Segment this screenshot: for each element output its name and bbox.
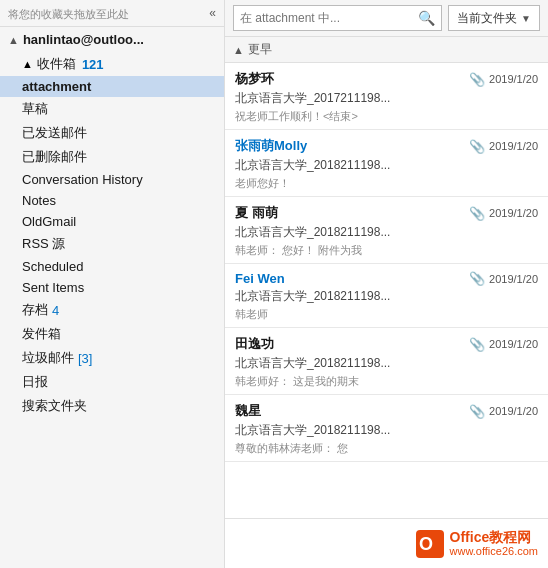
sidebar-item-sent[interactable]: 已发送邮件 <box>0 121 224 145</box>
email-item[interactable]: 夏 雨萌 📎 2019/1/20 北京语言大学_2018211198... 韩老… <box>225 197 548 264</box>
email-subject: 北京语言大学_2017211198... <box>235 90 538 107</box>
sidebar-item-outbox[interactable]: 发件箱 <box>0 322 224 346</box>
junk-badge: [3] <box>78 351 92 366</box>
watermark-line2: www.office26.com <box>450 545 538 558</box>
folder-label-attachment: attachment <box>22 79 91 94</box>
folder-label-rss: RSS 源 <box>22 235 65 253</box>
sidebar-item-rss[interactable]: RSS 源 <box>0 232 224 256</box>
email-date: 2019/1/20 <box>489 140 538 152</box>
email-meta: 📎 2019/1/20 <box>469 139 538 154</box>
folder-label-scheduled: Scheduled <box>22 259 83 274</box>
sidebar: 将您的收藏夹拖放至此处 « ▲ hanlintao@outloo... ▲ 收件… <box>0 0 225 568</box>
email-subject: 北京语言大学_2018211198... <box>235 422 538 439</box>
sidebar-item-daily[interactable]: 日报 <box>0 370 224 394</box>
email-sender: 夏 雨萌 <box>235 204 461 222</box>
email-group-header: ▲ 更早 <box>225 37 548 63</box>
favorites-hint: 将您的收藏夹拖放至此处 <box>8 8 129 20</box>
folder-label-daily: 日报 <box>22 373 48 391</box>
sidebar-item-deleted[interactable]: 已删除邮件 <box>0 145 224 169</box>
folder-label-notes: Notes <box>22 193 56 208</box>
account-row[interactable]: ▲ hanlintao@outloo... <box>0 27 224 52</box>
email-preview: 韩老师 <box>235 307 538 322</box>
watermark-text: Office教程网 www.office26.com <box>450 529 538 559</box>
email-date: 2019/1/20 <box>489 207 538 219</box>
sidebar-item-search-folder[interactable]: 搜索文件夹 <box>0 394 224 418</box>
sidebar-item-inbox[interactable]: ▲ 收件箱 121 <box>0 52 224 76</box>
sidebar-item-scheduled[interactable]: Scheduled <box>0 256 224 277</box>
watermark-logo: O Office教程网 www.office26.com <box>414 528 538 560</box>
group-label: 更早 <box>248 41 272 58</box>
folder-label-sent: 已发送邮件 <box>22 124 87 142</box>
sidebar-item-archive[interactable]: 存档 4 <box>0 298 224 322</box>
folder-label-outbox: 发件箱 <box>22 325 61 343</box>
office-icon: O <box>414 528 446 560</box>
email-preview: 祝老师工作顺利！<结束> <box>235 109 538 124</box>
inbox-badge: 121 <box>82 57 104 72</box>
attachment-icon: 📎 <box>469 404 485 419</box>
email-date: 2019/1/20 <box>489 73 538 85</box>
email-sender: 杨梦环 <box>235 70 461 88</box>
folder-label-junk: 垃圾邮件 <box>22 349 74 367</box>
folder-label-conv-history: Conversation History <box>22 172 143 187</box>
watermark-area: O Office教程网 www.office26.com <box>225 518 548 568</box>
folder-label-deleted: 已删除邮件 <box>22 148 87 166</box>
email-subject: 北京语言大学_2018211198... <box>235 224 538 241</box>
chevron-down-icon: ▼ <box>521 13 531 24</box>
email-preview: 韩老师： 您好！ 附件为我 <box>235 243 538 258</box>
folder-label-sent-items: Sent Items <box>22 280 84 295</box>
folder-label-search-folder: 搜索文件夹 <box>22 397 87 415</box>
attachment-icon: 📎 <box>469 206 485 221</box>
email-meta: 📎 2019/1/20 <box>469 271 538 286</box>
folder-label-draft: 草稿 <box>22 100 48 118</box>
email-subject: 北京语言大学_2018211198... <box>235 157 538 174</box>
archive-badge: 4 <box>52 303 59 318</box>
email-sender: 魏星 <box>235 402 461 420</box>
email-item[interactable]: 杨梦环 📎 2019/1/20 北京语言大学_2017211198... 祝老师… <box>225 63 548 130</box>
email-meta: 📎 2019/1/20 <box>469 72 538 87</box>
email-sender: 张雨萌Molly <box>235 137 461 155</box>
inbox-label: 收件箱 <box>37 55 76 73</box>
sidebar-item-draft[interactable]: 草稿 <box>0 97 224 121</box>
email-preview: 韩老师好： 这是我的期末 <box>235 374 538 389</box>
sidebar-item-attachment[interactable]: attachment <box>0 76 224 97</box>
email-sender: 田逸功 <box>235 335 461 353</box>
sidebar-item-conv-history[interactable]: Conversation History <box>0 169 224 190</box>
email-item[interactable]: Fei Wen 📎 2019/1/20 北京语言大学_2018211198...… <box>225 264 548 328</box>
email-preview: 尊敬的韩林涛老师： 您 <box>235 441 538 456</box>
email-date: 2019/1/20 <box>489 273 538 285</box>
collapse-button[interactable]: « <box>209 6 216 20</box>
email-subject: 北京语言大学_2018211198... <box>235 355 538 372</box>
sidebar-item-junk[interactable]: 垃圾邮件 [3] <box>0 346 224 370</box>
attachment-icon: 📎 <box>469 139 485 154</box>
email-subject: 北京语言大学_2018211198... <box>235 288 538 305</box>
sidebar-item-sent-items[interactable]: Sent Items <box>0 277 224 298</box>
email-sender: Fei Wen <box>235 271 461 286</box>
sidebar-item-oldgmail[interactable]: OldGmail <box>0 211 224 232</box>
search-icon: 🔍 <box>418 10 435 26</box>
attachment-icon: 📎 <box>469 72 485 87</box>
email-item[interactable]: 张雨萌Molly 📎 2019/1/20 北京语言大学_2018211198..… <box>225 130 548 197</box>
group-expand-icon: ▲ <box>233 44 244 56</box>
sidebar-top-area: 将您的收藏夹拖放至此处 « <box>0 0 224 27</box>
account-name: hanlintao@outloo... <box>23 32 144 47</box>
right-panel: 🔍 当前文件夹 ▼ ▲ 更早 杨梦环 📎 2019/1/20 <box>225 0 548 568</box>
current-folder-button[interactable]: 当前文件夹 ▼ <box>448 5 540 31</box>
right-toolbar: 🔍 当前文件夹 ▼ <box>225 0 548 37</box>
email-preview: 老师您好！ <box>235 176 538 191</box>
sidebar-item-notes[interactable]: Notes <box>0 190 224 211</box>
attachment-icon: 📎 <box>469 337 485 352</box>
attachment-icon: 📎 <box>469 271 485 286</box>
email-item[interactable]: 田逸功 📎 2019/1/20 北京语言大学_2018211198... 韩老师… <box>225 328 548 395</box>
email-meta: 📎 2019/1/20 <box>469 337 538 352</box>
email-date: 2019/1/20 <box>489 338 538 350</box>
folder-label-archive: 存档 <box>22 301 48 319</box>
email-item[interactable]: 魏星 📎 2019/1/20 北京语言大学_2018211198... 尊敬的韩… <box>225 395 548 462</box>
inbox-expand-icon: ▲ <box>22 58 33 70</box>
search-input[interactable] <box>240 11 418 25</box>
email-date: 2019/1/20 <box>489 405 538 417</box>
email-list: 杨梦环 📎 2019/1/20 北京语言大学_2017211198... 祝老师… <box>225 63 548 518</box>
search-box[interactable]: 🔍 <box>233 5 442 31</box>
folder-label-oldgmail: OldGmail <box>22 214 76 229</box>
account-expand-icon: ▲ <box>8 34 19 46</box>
current-folder-label: 当前文件夹 <box>457 10 517 27</box>
